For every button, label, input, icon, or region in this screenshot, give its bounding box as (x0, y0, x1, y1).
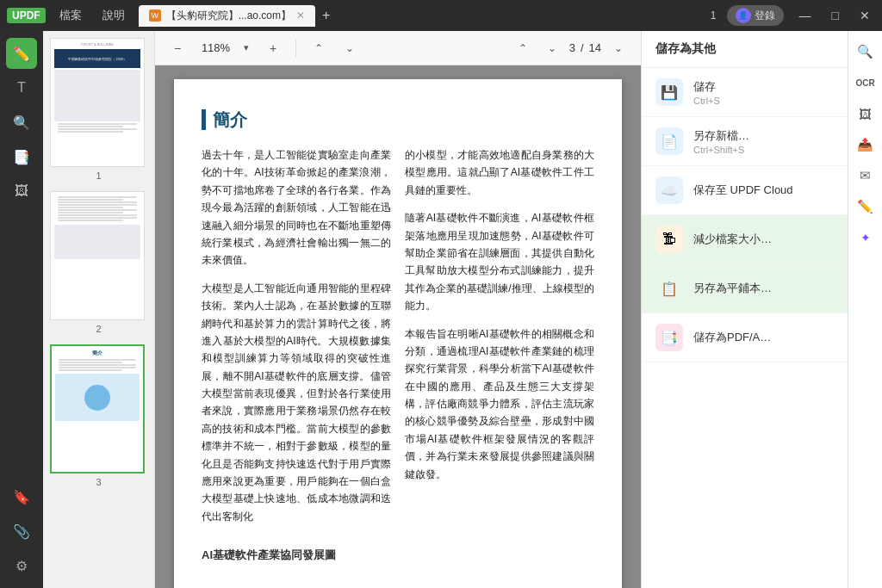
tab-file-icon: W (149, 9, 161, 22)
zoom-out-button[interactable]: − (165, 36, 189, 60)
pdf-paragraph-5: 本報告旨在明晰AI基礎軟件的相關概念和分類，通過梳理AI基礎軟件產業鏈的梳理探究… (405, 325, 594, 484)
section-title-bar (202, 109, 206, 130)
user-avatar: 👤 (736, 8, 751, 23)
thumbnail-image-1: FROST & SULLIVAN 中国AI基础软件市场参究报告（2020） (50, 38, 145, 167)
reduce-icon: 🗜 (655, 226, 683, 253)
rt-image-icon[interactable]: 🖼 (852, 100, 879, 127)
save-icon: 💾 (655, 78, 683, 106)
app-logo: UPDF (7, 8, 46, 23)
rt-ocr-icon[interactable]: OCR (852, 69, 879, 96)
save-shortcut: Ctrl+S (693, 96, 834, 106)
zoom-in-button[interactable]: + (261, 36, 285, 60)
reduce-option-text: 減少檔案大小… (693, 232, 834, 247)
sidebar-icon-pages[interactable]: 📑 (6, 141, 37, 172)
fit-down-button[interactable]: ⌄ (338, 36, 362, 60)
save-option-cloud[interactable]: ☁️ 保存至 UPDF Cloud (642, 166, 848, 215)
thumb-label-3: 3 (50, 477, 147, 487)
sidebar-icon-search[interactable]: 🔍 (6, 107, 37, 138)
sidebar-icon-settings[interactable]: ⚙ (6, 550, 37, 581)
login-label: 登錄 (755, 9, 775, 23)
page-separator: / (581, 41, 584, 54)
saveas-option-text: 另存新檔… Ctrl+Shift+S (693, 128, 834, 155)
save-label: 儲存 (693, 79, 834, 95)
close-button[interactable]: ✕ (854, 7, 875, 24)
minimize-button[interactable]: — (794, 7, 817, 24)
reduce-label: 減少檔案大小… (693, 232, 834, 247)
section-title-text: 簡介 (213, 105, 247, 134)
menu-help[interactable]: 說明 (96, 4, 132, 27)
title-bar-right: 1 👤 登錄 — □ ✕ (711, 5, 875, 26)
page-count-indicator: 1 (711, 9, 717, 22)
tab-title: 【头豹研究院】...ao.com】 (166, 9, 291, 23)
rt-search-icon[interactable]: 🔍 (852, 38, 879, 65)
flat-icon: 📋 (655, 275, 683, 302)
flat-label: 另存為平鋪本… (693, 281, 834, 296)
pdf-paragraph-1: 過去十年，是人工智能從實驗室走向產業化的十年。AI技術革命掀起的產業浪潮，勢不可… (202, 146, 391, 269)
pdf-paragraph-2: 大模型是人工智能近向通用智能的里程碑技術。業內人士認為，在基於數據的互聯網時代和… (202, 280, 391, 525)
saveas-shortcut: Ctrl+Shift+S (693, 145, 834, 155)
thumbnail-image-3: 簡介 (50, 344, 145, 473)
pdf-paragraph-3: 的小模型，才能高效地適配自身業務的大模型應用。這就凸顯了AI基礎軟件工件工具鏈的… (405, 146, 594, 199)
page-display: ⌃ ⌄ 3 / 14 ⌄ (511, 36, 630, 60)
thumbnail-panel: FROST & SULLIVAN 中国AI基础软件市场参究报告（2020） 1 (43, 31, 155, 588)
pdf-viewport[interactable]: 簡介 過去十年，是人工智能從實驗室走向產業化的十年。AI技術革命掀起的產業浪潮，… (155, 65, 641, 588)
flat-option-text: 另存為平鋪本… (693, 281, 834, 296)
sidebar-icon-bookmark[interactable]: 🔖 (6, 481, 37, 512)
new-tab-button[interactable]: + (322, 8, 330, 23)
zoom-value: 118% (196, 41, 235, 54)
sidebar-icon-text[interactable]: T (6, 72, 37, 103)
main-layout: ✏️ T 🔍 📑 🖼 🔖 📎 ⚙ FROST & SULLIVAN 中国AI基础… (0, 31, 882, 588)
page-nav-dropdown[interactable]: ⌄ (606, 36, 630, 60)
thumb-label-1: 1 (50, 170, 147, 181)
fit-up-button[interactable]: ⌃ (307, 36, 331, 60)
save-option-text: 儲存 Ctrl+S (693, 79, 834, 106)
rt-export-icon[interactable]: 📤 (852, 131, 879, 158)
menu-file[interactable]: 檔案 (53, 4, 89, 27)
page-up-button[interactable]: ⌃ (511, 36, 535, 60)
page-current: 3 (569, 41, 575, 54)
toolbar-divider-1 (295, 40, 296, 57)
page-total: 14 (589, 41, 601, 54)
diagram-title: AI基礎軟件產業協同發展圖 (202, 546, 594, 565)
pdfa-icon: 📑 (655, 324, 683, 351)
saveas-icon: 📄 (655, 127, 683, 155)
pdfa-label: 儲存為PDF/A… (693, 330, 834, 345)
tab-close-icon[interactable]: ✕ (296, 9, 305, 22)
tab-bar: W 【头豹研究院】...ao.com】 ✕ + (139, 5, 704, 27)
right-panel-header: 儲存為其他 (642, 31, 848, 68)
rt-ai-icon[interactable]: ✦ (852, 224, 879, 251)
rt-edit-icon[interactable]: ✏️ (852, 193, 879, 220)
sidebar-icon-attach[interactable]: 📎 (6, 516, 37, 547)
thumbnail-page-2[interactable]: 2 (50, 191, 147, 334)
save-option-flat[interactable]: 📋 另存為平鋪本… (642, 264, 848, 313)
save-option-pdfa[interactable]: 📑 儲存為PDF/A… (642, 313, 848, 362)
right-panel-content: 💾 儲存 Ctrl+S 📄 另存新檔… Ctrl+Shift+S ☁️ 保存至 … (642, 68, 848, 588)
saveas-label: 另存新檔… (693, 128, 834, 144)
pdfa-option-text: 儲存為PDF/A… (693, 330, 834, 345)
sidebar-icon-image[interactable]: 🖼 (6, 176, 37, 207)
save-option-saveas[interactable]: 📄 另存新檔… Ctrl+Shift+S (642, 117, 848, 166)
content-area: − 118% ▾ + ⌃ ⌄ ⌃ ⌄ 3 / 14 ⌄ (155, 31, 641, 588)
tab-active[interactable]: W 【头豹研究院】...ao.com】 ✕ (139, 5, 315, 27)
toolbar: − 118% ▾ + ⌃ ⌄ ⌃ ⌄ 3 / 14 ⌄ (155, 31, 641, 65)
title-bar: UPDF 檔案 說明 W 【头豹研究院】...ao.com】 ✕ + 1 👤 登… (0, 0, 882, 31)
page-down-button[interactable]: ⌄ (540, 36, 564, 60)
cloud-option-text: 保存至 UPDF Cloud (693, 183, 834, 198)
rt-mail-icon[interactable]: ✉ (852, 162, 879, 189)
pdf-paragraph-4: 隨著AI基礎軟件不斷演進，AI基礎軟件框架落地應用呈現加速態勢，AI基礎軟件可幫… (405, 209, 594, 314)
diagram-container: 大模型 模型 + 基礎軟件 + 生態 開發者 生態 (202, 572, 594, 588)
cloud-label: 保存至 UPDF Cloud (693, 183, 834, 198)
pdf-page: 簡介 過去十年，是人工智能從實驗室走向產業化的十年。AI技術革命掀起的產業浪潮，… (174, 79, 622, 588)
thumbnail-page-3[interactable]: 簡介 3 (50, 344, 147, 487)
save-option-reduce[interactable]: 🗜 減少檔案大小… (642, 215, 848, 264)
login-button[interactable]: 👤 登錄 (727, 5, 784, 26)
right-toolbar: 🔍 OCR 🖼 📤 ✉ ✏️ ✦ (848, 31, 882, 588)
zoom-display: 118% ▾ (196, 36, 254, 60)
save-option-save[interactable]: 💾 儲存 Ctrl+S (642, 68, 848, 117)
sidebar-icon-edit[interactable]: ✏️ (6, 38, 37, 69)
left-sidebar: ✏️ T 🔍 📑 🖼 🔖 📎 ⚙ (0, 31, 43, 588)
thumb-label-2: 2 (50, 324, 147, 334)
zoom-dropdown-button[interactable]: ▾ (239, 36, 254, 60)
maximize-button[interactable]: □ (827, 7, 844, 24)
thumbnail-page-1[interactable]: FROST & SULLIVAN 中国AI基础软件市场参究报告（2020） 1 (50, 38, 147, 181)
